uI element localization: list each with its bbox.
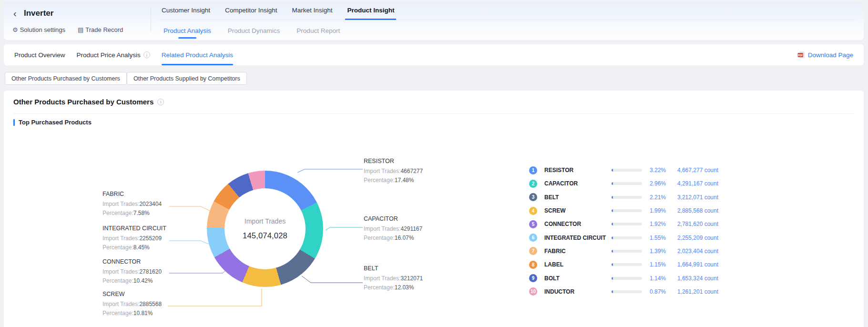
share-percent: 1.99%	[647, 207, 666, 214]
share-bar-fill	[612, 209, 613, 212]
product-name: LABEL	[544, 261, 607, 268]
trade-count-link[interactable]: 4,291,167 count	[671, 180, 718, 187]
product-name: FABRIC	[544, 248, 607, 255]
product-name: CAPACITOR	[544, 180, 607, 187]
trade-record-link[interactable]: ▤ Trade Record	[78, 26, 123, 33]
list-item[interactable]: 3 BELT 2.21% 3,212,071 count	[529, 191, 718, 204]
callout-percentage-value: 10.81%	[133, 310, 153, 317]
clipboard-icon: ▤	[78, 27, 83, 33]
donut-center: Import Trades 145,074,028	[225, 188, 306, 269]
trade-count-link[interactable]: 1,261,201 count	[671, 288, 718, 295]
info-icon[interactable]: i	[143, 51, 150, 58]
trade-count-link[interactable]: 2,023,404 count	[671, 248, 718, 255]
list-item[interactable]: 8 LABEL 1.15% 1,664,991 count	[529, 258, 718, 271]
nav-label: Product Price Analysis	[77, 51, 141, 59]
share-bar	[612, 169, 642, 172]
share-percent: 0.87%	[647, 288, 666, 295]
list-item[interactable]: 6 INTEGRATED CIRCUIT 1.55% 2,255,209 cou…	[529, 231, 718, 244]
tab-customer-insight[interactable]: Customer Insight	[160, 2, 212, 20]
callout-trades-prefix: Import Trades:	[102, 301, 139, 307]
product-name: BELT	[544, 194, 607, 201]
callout-trades-value: 3212071	[400, 275, 423, 282]
callout-percentage-prefix: Percentage:	[364, 235, 395, 241]
donut-callout: CONNECTOR Import Trades:2781620 Percenta…	[102, 258, 179, 286]
subtab-product-dynamics[interactable]: Product Dynamics	[225, 23, 283, 39]
trade-count-link[interactable]: 3,212,071 count	[671, 194, 718, 201]
trade-count-link[interactable]: 1,664,991 count	[671, 261, 718, 268]
trade-count-link[interactable]: 2,255,209 count	[671, 235, 718, 241]
share-percent: 1.55%	[647, 235, 666, 241]
share-bar-fill	[612, 169, 613, 172]
callout-product-name: RESISTOR	[364, 157, 440, 165]
callout-percentage-prefix: Percentage:	[102, 210, 133, 216]
donut-center-value: 145,074,028	[243, 231, 287, 240]
donut-callout: RESISTOR Import Trades:4667277 Percentag…	[364, 157, 440, 185]
panel-title: Other Products Purchased by Customers	[13, 98, 153, 106]
list-item[interactable]: 10 INDUCTOR 0.87% 1,261,201 count	[529, 285, 718, 298]
nav-label: Related Product Analysis	[162, 51, 233, 59]
callout-percentage-prefix: Percentage:	[102, 310, 133, 317]
solution-settings-link[interactable]: ⚙ Solution settings	[12, 26, 65, 33]
callout-trades-prefix: Import Trades:	[364, 225, 400, 232]
share-bar	[612, 209, 642, 212]
trade-count-link[interactable]: 2,781,620 count	[671, 221, 718, 227]
product-name: RESISTOR	[544, 167, 607, 174]
tab-product-insight[interactable]: Product Insight	[345, 2, 396, 20]
share-bar	[612, 277, 642, 280]
rank-badge: 8	[529, 261, 537, 269]
toggle-purchased-by-customers[interactable]: Other Products Purchased by Customers	[5, 72, 127, 85]
trade-count-link[interactable]: 4,667,277 count	[671, 167, 718, 174]
main-panel: Other Products Purchased by Customers i …	[4, 91, 864, 327]
list-item[interactable]: 5 CONNECTOR 1.92% 2,781,620 count	[529, 217, 718, 231]
callout-percentage-prefix: Percentage:	[102, 277, 133, 284]
list-item[interactable]: 7 FABRIC 1.39% 2,023,404 count	[529, 245, 718, 258]
callout-trades-value: 4667277	[400, 168, 423, 174]
share-bar	[612, 236, 642, 239]
section-accent-bar	[13, 119, 15, 126]
divider	[13, 113, 854, 114]
rank-badge: 6	[529, 234, 537, 242]
nav-related-product-analysis[interactable]: Related Product Analysis	[162, 44, 233, 65]
download-page-button[interactable]: PDF Download Page	[797, 44, 853, 65]
callout-trades-prefix: Import Trades:	[102, 235, 139, 242]
callout-trades-value: 2885568	[139, 301, 162, 307]
nav-product-price-analysis[interactable]: Product Price Analysisi	[77, 44, 150, 65]
back-button[interactable]: ‹	[13, 8, 17, 19]
rank-badge: 10	[529, 287, 537, 296]
list-item[interactable]: 9 BOLT 1.14% 1,653,324 count	[529, 271, 718, 285]
callout-percentage-value: 12.03%	[395, 284, 414, 291]
chart-area: Import Trades 145,074,028 RESISTOR Impor…	[4, 128, 864, 327]
tab-market-insight[interactable]: Market Insight	[290, 2, 335, 20]
list-item[interactable]: 1 RESISTOR 3.22% 4,667,277 count	[529, 164, 718, 177]
share-bar	[612, 263, 642, 266]
donut-callout: SCREW Import Trades:2885568 Percentage:1…	[102, 290, 179, 318]
share-percent: 3.22%	[647, 167, 666, 174]
nav-product-overview[interactable]: Product Overview	[14, 44, 65, 65]
section-title: Top Purchased Products	[19, 119, 92, 126]
trade-count-link[interactable]: 1,653,324 count	[671, 275, 718, 282]
share-bar-fill	[612, 250, 613, 253]
list-item[interactable]: 2 CAPACITOR 2.96% 4,291,167 count	[529, 177, 718, 190]
list-item[interactable]: 4 SCREW 1.99% 2,885,568 count	[529, 204, 718, 217]
tab-competitor-insight[interactable]: Competitor Insight	[223, 2, 279, 20]
subtab-product-analysis[interactable]: Product Analysis	[161, 23, 214, 39]
info-icon[interactable]: i	[157, 99, 164, 105]
gear-icon: ⚙	[12, 27, 18, 33]
nav-label: Product Overview	[14, 51, 65, 59]
product-name: INDUCTOR	[544, 288, 607, 295]
share-bar-fill	[612, 182, 613, 185]
share-percent: 1.14%	[647, 275, 666, 282]
callout-percentage-value: 7.58%	[133, 210, 150, 216]
callout-percentage-prefix: Percentage:	[364, 284, 395, 291]
share-bar	[612, 196, 642, 199]
toggle-supplied-by-competitors[interactable]: Other Products Supplied by Competitors	[127, 72, 247, 85]
callout-percentage-prefix: Percentage:	[102, 244, 133, 251]
share-percent: 1.39%	[647, 248, 666, 255]
callout-product-name: BELT	[364, 265, 440, 273]
rank-badge: 4	[529, 207, 537, 215]
trade-count-link[interactable]: 2,885,568 count	[671, 207, 718, 214]
svg-text:PDF: PDF	[798, 54, 803, 57]
subtab-product-report[interactable]: Product Report	[294, 23, 343, 39]
solution-settings-label: Solution settings	[20, 26, 65, 33]
rank-badge: 2	[529, 180, 537, 188]
